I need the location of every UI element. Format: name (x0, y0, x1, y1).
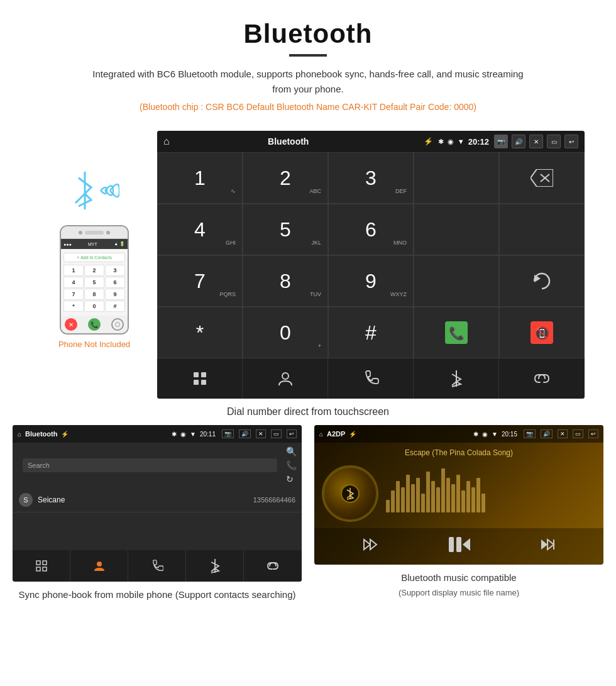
bluetooth-status-icon: ✱ (438, 138, 444, 146)
phone-key-1[interactable]: 1 (63, 265, 84, 276)
pb-toolbar-bluetooth-btn[interactable] (186, 550, 244, 582)
toolbar-bluetooth-btn[interactable] (414, 358, 499, 399)
phone-key-5[interactable]: 5 (84, 277, 104, 288)
music-win-btn[interactable]: ▭ (573, 429, 583, 438)
music-cam-btn[interactable]: 📷 (524, 429, 536, 438)
bluetooth-signal-area (69, 169, 119, 219)
dial-key-7[interactable]: 7 PQRS (157, 255, 243, 307)
dial-key-3[interactable]: 3 DEF (328, 152, 414, 204)
call-end-icon: 📵 (531, 321, 553, 344)
phone-key-0[interactable]: 0 (84, 301, 104, 312)
dial-key-8[interactable]: 8 TUV (243, 255, 328, 307)
phone-speaker (79, 231, 82, 235)
pb-call-icon[interactable]: 📞 (286, 460, 297, 470)
toolbar-link-btn[interactable] (499, 358, 585, 399)
phone-top-bar (61, 226, 128, 239)
music-loc-icon: ◉ (482, 431, 488, 438)
music-close-btn[interactable]: ✕ (558, 429, 568, 438)
next-track-btn[interactable] (539, 536, 556, 557)
dial-key-star[interactable]: * (157, 307, 243, 358)
phone-illustration: ●●● MYT ▲ 🔋 + Add to Contacts 1 2 3 4 5 … (31, 131, 157, 349)
phone-status-left: ●●● (63, 242, 72, 246)
phone-end-call-btn[interactable]: ✕ (65, 318, 77, 331)
page-header: Bluetooth Integrated with BC6 Bluetooth … (0, 0, 616, 131)
phone-content: + Add to Contacts 1 2 3 4 5 6 7 8 9 * 0 … (61, 249, 128, 316)
pb-close-icon-btn[interactable]: ✕ (256, 429, 266, 438)
music-home-icon[interactable]: ⌂ (319, 431, 323, 438)
key-5-number: 5 (280, 218, 291, 241)
toolbar-phone-btn[interactable] (328, 358, 414, 399)
pb-win-icon-btn[interactable]: ▭ (271, 429, 282, 438)
prev-track-btn[interactable] (361, 536, 379, 557)
phone-key-2[interactable]: 2 (84, 265, 104, 276)
pb-back-icon-btn[interactable]: ↩ (287, 429, 297, 438)
pb-toolbar-grid-btn[interactable] (13, 550, 70, 582)
camera-icon-btn[interactable]: 📷 (494, 135, 508, 148)
phonebook-caption-text: Sync phone-book from mobile phone (Suppo… (18, 589, 295, 600)
toolbar-contacts-btn[interactable] (243, 358, 328, 399)
pb-contact-row[interactable]: S Seicane 13566664466 (13, 488, 302, 512)
phone-key-7[interactable]: 7 (63, 289, 84, 300)
pb-refresh-icon[interactable]: ↻ (286, 474, 297, 484)
dial-key-0[interactable]: 0 + (243, 307, 328, 358)
home-dot (115, 322, 120, 327)
key-4-sub: GHI (226, 240, 236, 246)
search-icon[interactable]: 🔍 (286, 446, 297, 456)
dial-key-2[interactable]: 2 ABC (243, 152, 328, 204)
svg-rect-13 (201, 380, 206, 385)
music-vol-btn[interactable]: 🔊 (541, 429, 553, 438)
music-status-bar: ⌂ A2DP ⚡ ✱ ◉ ▼ 20:15 📷 🔊 ✕ ▭ ↩ (314, 425, 603, 443)
dial-keypad-grid: 1 ∿ 2 ABC 3 DEF 4 GHI (157, 152, 585, 358)
phonebook-search-input[interactable]: Search (23, 458, 277, 472)
dial-key-5[interactable]: 5 JKL (243, 204, 328, 255)
dial-key-6[interactable]: 6 MNO (328, 204, 414, 255)
phone-key-3[interactable]: 3 (105, 265, 125, 276)
svg-marker-32 (541, 539, 547, 550)
dial-call-green-btn[interactable]: 📞 (414, 307, 499, 358)
dial-key-4[interactable]: 4 GHI (157, 204, 243, 255)
back-icon-btn[interactable]: ↩ (564, 135, 578, 148)
music-bt-icon: ✱ (473, 431, 478, 438)
dial-key-9[interactable]: 9 WXYZ (328, 255, 414, 307)
phone-key-4[interactable]: 4 (63, 277, 84, 288)
phone-key-6[interactable]: 6 (105, 277, 125, 288)
eq-bar-10 (436, 487, 440, 512)
svg-line-1 (75, 194, 85, 203)
dial-call-red-btn[interactable]: 📵 (499, 307, 585, 358)
play-pause-btn[interactable] (448, 533, 470, 560)
dial-empty-1 (414, 152, 499, 204)
phone-home-btn[interactable] (111, 318, 124, 331)
toolbar-grid-btn[interactable] (157, 358, 243, 399)
pb-vol-icon-btn[interactable]: 🔊 (239, 429, 251, 438)
phone-key-star[interactable]: * (63, 301, 84, 312)
music-screen: ⌂ A2DP ⚡ ✱ ◉ ▼ 20:15 📷 🔊 ✕ ▭ ↩ Escape (T… (314, 425, 603, 565)
music-controls (314, 528, 603, 565)
phone-add-contact-btn[interactable]: + Add to Contacts (63, 253, 125, 262)
music-wifi-icon: ▼ (492, 431, 498, 438)
phone-call-btn[interactable]: 📞 (88, 318, 101, 331)
phone-key-hash[interactable]: # (105, 301, 125, 312)
pb-usb-icon: ⚡ (61, 431, 69, 438)
eq-bar-5 (411, 484, 415, 512)
pb-cam-icon-btn[interactable]: 📷 (222, 429, 234, 438)
pb-screen-title: Bluetooth (25, 430, 57, 438)
eq-bar-12 (446, 478, 450, 512)
dial-key-1[interactable]: 1 ∿ (157, 152, 243, 204)
phone-key-8[interactable]: 8 (84, 289, 104, 300)
phone-key-9[interactable]: 9 (105, 289, 125, 300)
music-back-btn[interactable]: ↩ (588, 429, 598, 438)
pb-toolbar-phone-btn[interactable] (128, 550, 186, 582)
dial-redial-btn[interactable] (499, 255, 585, 307)
dial-backspace-btn[interactable] (499, 152, 585, 204)
pb-toolbar-link-btn[interactable] (244, 550, 302, 582)
pb-home-icon[interactable]: ⌂ (18, 431, 21, 438)
dial-key-hash[interactable]: # (328, 307, 414, 358)
pb-time: 20:11 (200, 431, 216, 438)
eq-bar-17 (471, 487, 475, 512)
pb-toolbar-contacts-btn[interactable] (70, 550, 128, 582)
volume-icon-btn[interactable]: 🔊 (512, 135, 525, 148)
close-icon-btn[interactable]: ✕ (529, 135, 543, 148)
svg-marker-2 (531, 169, 553, 187)
window-icon-btn[interactable]: ▭ (547, 135, 561, 148)
location-status-icon: ◉ (448, 138, 454, 146)
